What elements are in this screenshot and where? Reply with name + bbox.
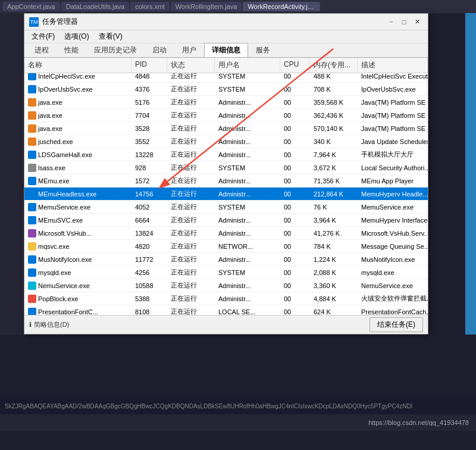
cell-memory: 362,436 K [310, 109, 358, 121]
cell-name: LDSGameHall.exe [24, 148, 131, 161]
cell-desc: Java(TM) Platform SE ... [358, 109, 428, 121]
tab-services[interactable]: 服务 [248, 43, 278, 57]
table-row[interactable]: LDSGameHall.exe 13228 正在运行 Administr... … [24, 148, 428, 161]
col-pid[interactable]: PID [131, 58, 167, 73]
cell-desc: Java(TM) Platform SE ... [358, 96, 428, 108]
cell-cpu: 00 [280, 201, 310, 213]
table-row[interactable]: lsass.exe 928 正在运行 SYSTEM 00 3,672 K Loc… [24, 161, 428, 174]
svg-rect-16 [28, 268, 36, 277]
window-icon: TM [29, 17, 39, 27]
cell-desc: Microsoft.VsHub.Serv... [358, 227, 428, 239]
title-bar: TM 任务管理器 － □ ✕ [24, 14, 428, 30]
tab-app-history[interactable]: 应用历史记录 [86, 43, 145, 57]
cell-name: MEmuSVC.exe [24, 214, 131, 226]
cell-memory: 340 K [310, 135, 358, 148]
svg-rect-18 [28, 295, 36, 303]
table-row[interactable]: java.exe 3528 正在运行 Administr... 00 570,1… [24, 122, 428, 135]
tab-users[interactable]: 用户 [174, 43, 204, 57]
table-row[interactable]: jusched.exe 3552 正在运行 Administr... 00 34… [24, 135, 428, 148]
col-status[interactable]: 状态 [167, 58, 215, 73]
table-row[interactable]: MEmu.exe 1572 正在运行 Administr... 00 71,35… [24, 174, 428, 188]
cell-desc: IntelCpHeciSvc Execut... [358, 73, 428, 82]
menu-file[interactable]: 文件(F) [27, 30, 60, 43]
cell-pid: 3552 [131, 135, 167, 148]
cell-status: 正在运行 [167, 240, 215, 252]
cell-name: jusched.exe [24, 135, 131, 148]
menu-bar: 文件(F) 选项(O) 查看(V) [24, 30, 428, 43]
process-table: 名称 PID 状态 用户名 CPU 内存(专用... 描述 IntelCpHDC… [24, 58, 428, 315]
cell-user: Administr... [215, 227, 280, 239]
col-user[interactable]: 用户名 [215, 58, 280, 73]
cell-user: Administr... [215, 109, 280, 121]
cell-user: SYSTEM [215, 161, 280, 174]
cell-name: mysqld.exe [24, 266, 131, 279]
tab-workrecord[interactable]: WorkRecordActivity.java [243, 2, 320, 11]
svg-rect-17 [28, 282, 36, 290]
cell-memory: 7,964 K [310, 148, 358, 161]
tab-appcontext[interactable]: AppContext.java [2, 2, 60, 11]
cell-memory: 4,884 K [310, 292, 358, 305]
svg-rect-9 [28, 177, 36, 185]
col-name[interactable]: 名称 [24, 58, 131, 73]
svg-rect-4 [28, 111, 36, 120]
tab-dataloadeutils[interactable]: DataLoadeUtils.java [61, 2, 129, 11]
table-row[interactable]: MemuService.exe 4052 正在运行 SYSTEM 00 76 K… [24, 201, 428, 214]
table-row[interactable]: PresentationFontC... 8108 正在运行 LOCAL SE.… [24, 305, 428, 315]
cell-name: MEmuHeadless.exe [24, 188, 131, 200]
col-cpu[interactable]: CPU [280, 58, 310, 73]
table-row[interactable]: java.exe 5176 正在运行 Administr... 00 359,5… [24, 96, 428, 109]
cell-name: mqsvc.exe [24, 240, 131, 252]
tab-startup[interactable]: 启动 [145, 43, 174, 57]
cell-user: Administr... [215, 148, 280, 161]
col-desc[interactable]: 描述 [358, 58, 428, 73]
tab-performance[interactable]: 性能 [57, 43, 86, 57]
cell-user: SYSTEM [215, 201, 280, 213]
cell-name: MemuService.exe [24, 201, 131, 213]
table-row[interactable]: mqsvc.exe 4820 正在运行 NETWOR... 00 784 K M… [24, 240, 428, 253]
table-row[interactable]: MusNotifyIcon.exe 11772 正在运行 Administr..… [24, 253, 428, 266]
table-row[interactable]: PopBlock.exe 5388 正在运行 Administr... 00 4… [24, 292, 428, 305]
cell-memory: 2,088 K [310, 266, 358, 279]
cell-memory: 3,360 K [310, 279, 358, 292]
cell-name: IpOverUsbSvc.exe [24, 83, 131, 95]
cell-pid: 5176 [131, 96, 167, 108]
close-button[interactable]: ✕ [411, 17, 423, 27]
table-row[interactable]: IpOverUsbSvc.exe 4376 正在运行 SYSTEM 00 708… [24, 83, 428, 96]
cell-memory: 41,276 K [310, 227, 358, 239]
svg-rect-7 [28, 151, 36, 159]
cell-pid: 10588 [131, 279, 167, 292]
table-row[interactable]: MEmuSVC.exe 6664 正在运行 Administr... 00 3,… [24, 214, 428, 227]
cell-user: Administr... [215, 292, 280, 305]
cell-cpu: 00 [280, 227, 310, 239]
cell-desc: MEmu App Player [358, 174, 428, 187]
restore-button[interactable]: □ [398, 17, 410, 27]
cell-pid: 11772 [131, 253, 167, 265]
tab-details[interactable]: 详细信息 [204, 43, 248, 57]
cell-pid: 4052 [131, 201, 167, 213]
cell-user: SYSTEM [215, 73, 280, 82]
tab-process[interactable]: 进程 [27, 43, 57, 57]
cell-memory: 76 K [310, 201, 358, 213]
url-text: https://blog.csdn.net/qq_41934478 [368, 419, 469, 426]
summary-text[interactable]: 简略信息(D) [34, 320, 69, 329]
cell-desc: 手机模拟大厅大厅 [358, 148, 428, 161]
svg-rect-12 [28, 216, 36, 224]
cell-status: 正在运行 [167, 227, 215, 239]
cell-pid: 7704 [131, 109, 167, 121]
table-row[interactable]: mysqld.exe 4256 正在运行 SYSTEM 00 2,088 K m… [24, 266, 428, 279]
tab-workrolling[interactable]: WorkRollingItem.java [171, 2, 242, 11]
tab-colors[interactable]: colors.xml [130, 2, 170, 11]
table-row[interactable]: MEmuHeadless.exe 14756 正在运行 Administr...… [24, 188, 428, 201]
minimize-button[interactable]: － [385, 17, 397, 27]
menu-options[interactable]: 选项(O) [60, 30, 93, 43]
col-memory[interactable]: 内存(专用... [310, 58, 358, 73]
cell-name: java.exe [24, 109, 131, 121]
table-row[interactable]: IntelCpHeciSvc.exe 4848 正在运行 SYSTEM 00 4… [24, 73, 428, 83]
menu-view[interactable]: 查看(V) [94, 30, 127, 43]
end-task-button[interactable]: 结束任务(E) [369, 317, 423, 332]
table-row[interactable]: Microsoft.VsHub... 13824 正在运行 Administr.… [24, 227, 428, 240]
table-row[interactable]: NemuService.exe 10588 正在运行 Administr... … [24, 279, 428, 292]
cell-name: Microsoft.VsHub... [24, 227, 131, 239]
left-sidebar [0, 13, 24, 335]
table-row[interactable]: java.exe 7704 正在运行 Administr... 00 362,4… [24, 109, 428, 122]
